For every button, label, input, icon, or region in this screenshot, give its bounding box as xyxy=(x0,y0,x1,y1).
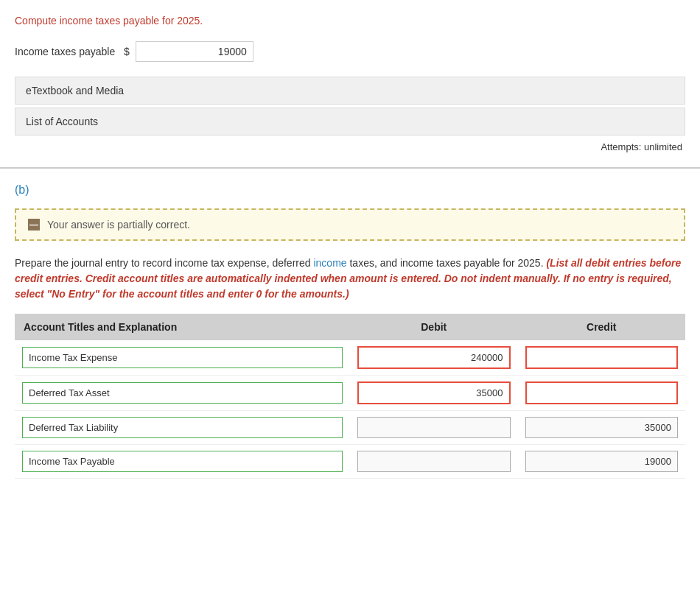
credit-input[interactable] xyxy=(525,451,679,472)
debit-input[interactable] xyxy=(357,346,511,369)
header-credit: Credit xyxy=(518,314,686,340)
account-title-input[interactable] xyxy=(22,347,343,368)
account-title-input[interactable] xyxy=(22,382,343,404)
prepare-normal-2: taxes, and income taxes payable for 2025… xyxy=(347,257,547,269)
credit-input[interactable] xyxy=(525,417,679,438)
etextbook-bar[interactable]: eTextbook and Media xyxy=(15,77,685,105)
dollar-sign: $ xyxy=(124,46,130,57)
journal-table-header: Account Titles and Explanation Debit Cre… xyxy=(15,314,685,340)
section-b: (b) — Your answer is partially correct. … xyxy=(0,169,700,493)
account-title-input[interactable] xyxy=(22,417,343,438)
header-account: Account Titles and Explanation xyxy=(15,314,350,340)
table-row xyxy=(15,445,685,479)
table-row xyxy=(15,411,685,445)
attempts-row: Attempts: unlimited xyxy=(15,141,685,160)
credit-input[interactable] xyxy=(525,381,679,404)
section-b-label: (b) xyxy=(15,183,685,197)
table-row xyxy=(15,340,685,376)
attempts-label: Attempts: unlimited xyxy=(601,141,682,152)
prepare-text: Prepare the journal entry to record inco… xyxy=(15,256,685,302)
journal-table: Account Titles and Explanation Debit Cre… xyxy=(15,314,685,479)
list-accounts-label: List of Accounts xyxy=(26,116,98,127)
partial-correct-text: Your answer is partially correct. xyxy=(47,219,190,231)
compute-label: Compute income taxes payable for 2025. xyxy=(15,15,685,27)
income-taxes-row: Income taxes payable $ xyxy=(15,41,685,62)
compute-label-text: Compute income taxes payable for 2025. xyxy=(15,15,203,27)
income-taxes-input[interactable] xyxy=(136,41,253,62)
debit-input[interactable] xyxy=(357,381,511,404)
income-taxes-label: Income taxes payable xyxy=(15,46,118,57)
journal-table-body xyxy=(15,340,685,479)
prepare-blue: income xyxy=(313,257,346,269)
account-title-input[interactable] xyxy=(22,451,343,472)
prepare-normal-1: Prepare the journal entry to record inco… xyxy=(15,257,313,269)
list-accounts-bar[interactable]: List of Accounts xyxy=(15,108,685,136)
header-debit: Debit xyxy=(350,314,518,340)
debit-input[interactable] xyxy=(357,451,511,472)
etextbook-label: eTextbook and Media xyxy=(26,85,124,96)
credit-input[interactable] xyxy=(525,346,679,369)
minus-icon: — xyxy=(28,219,40,231)
partial-correct-box: — Your answer is partially correct. xyxy=(15,208,685,241)
section-a: Compute income taxes payable for 2025. I… xyxy=(0,0,700,169)
debit-input[interactable] xyxy=(357,417,511,438)
table-row xyxy=(15,376,685,411)
